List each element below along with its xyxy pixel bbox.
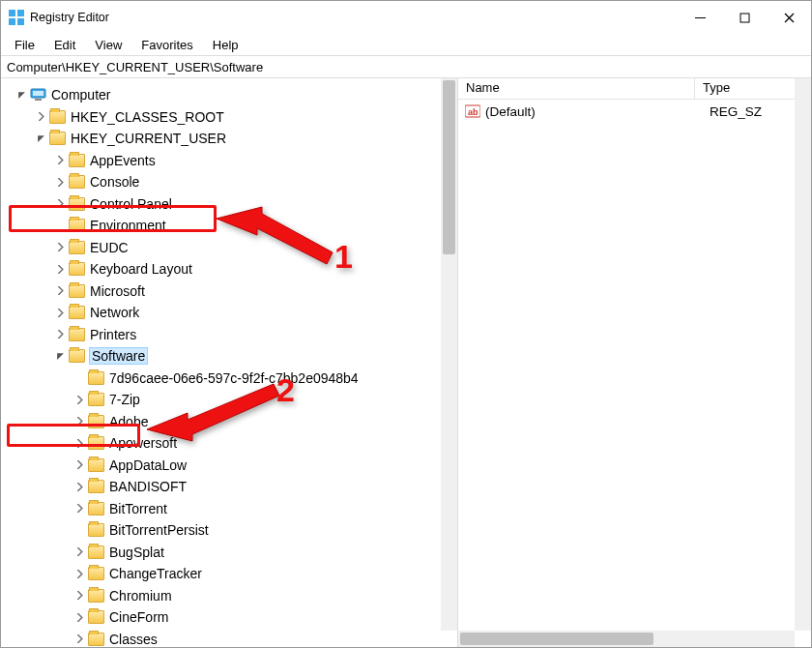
- annotation-number-1: 1: [334, 238, 353, 276]
- list-horizontal-scrollbar[interactable]: [458, 631, 795, 647]
- chevron-icon[interactable]: [72, 523, 86, 537]
- address-path: Computer\HKEY_CURRENT_USER\Software: [7, 60, 263, 74]
- chevron-icon[interactable]: [53, 241, 67, 254]
- folder-icon: [69, 197, 85, 211]
- svg-rect-1: [17, 10, 24, 16]
- tree-subkey[interactable]: BugSplat: [5, 542, 457, 564]
- close-button[interactable]: [767, 1, 811, 34]
- tree-node-label: Environment: [90, 218, 166, 233]
- tree-node-label: Chromium: [109, 588, 172, 604]
- svg-marker-12: [147, 384, 279, 441]
- menu-view[interactable]: View: [87, 36, 130, 54]
- minimize-button[interactable]: [678, 1, 722, 34]
- chevron-icon[interactable]: [14, 88, 28, 102]
- tree-node-label: 7-Zip: [109, 392, 140, 407]
- tree-node-label: Network: [90, 305, 139, 320]
- tree-node-label: Control Panel: [90, 196, 172, 212]
- svg-rect-10: [35, 99, 42, 101]
- tree-subkey[interactable]: BitTorrent: [5, 498, 457, 520]
- chevron-icon[interactable]: [72, 415, 86, 428]
- menu-file[interactable]: File: [7, 36, 43, 54]
- tree-root[interactable]: Computer: [5, 84, 457, 106]
- folder-icon: [88, 502, 104, 515]
- annotation-number-2: 2: [276, 371, 295, 409]
- maximize-button[interactable]: [722, 1, 767, 34]
- tree-subkey[interactable]: Classes: [5, 629, 457, 648]
- svg-marker-11: [217, 207, 333, 264]
- menu-edit[interactable]: Edit: [46, 36, 83, 54]
- list-vertical-scrollbar[interactable]: [795, 78, 811, 631]
- chevron-icon[interactable]: [53, 284, 67, 298]
- tree-key[interactable]: AppEvents: [5, 150, 457, 172]
- folder-icon: [69, 219, 85, 232]
- tree-key[interactable]: Console: [5, 171, 457, 193]
- chevron-icon[interactable]: [72, 480, 86, 493]
- tree-key[interactable]: Network: [5, 302, 457, 324]
- computer-icon: [30, 88, 46, 102]
- tree-node-label: CineForm: [109, 609, 168, 625]
- chevron-icon[interactable]: [72, 458, 86, 472]
- tree-node-label: BitTorrentPersist: [109, 522, 209, 538]
- address-bar[interactable]: Computer\HKEY_CURRENT_USER\Software: [1, 55, 811, 78]
- menu-help[interactable]: Help: [205, 36, 246, 54]
- tree-node-label: Software: [90, 348, 147, 364]
- tree-key[interactable]: Printers: [5, 324, 457, 346]
- folder-icon: [69, 175, 85, 189]
- chevron-icon[interactable]: [72, 589, 86, 603]
- chevron-icon[interactable]: [72, 610, 86, 624]
- chevron-icon[interactable]: [72, 502, 86, 515]
- main-split: Computer HKEY_CLASSES_ROOT HKEY_CURRENT_…: [1, 78, 811, 647]
- tree-vertical-thumb[interactable]: [443, 80, 455, 254]
- tree-subkey[interactable]: CineForm: [5, 606, 457, 629]
- folder-icon: [88, 436, 104, 450]
- tree-node-label: BugSplat: [109, 545, 164, 560]
- chevron-icon[interactable]: [53, 349, 67, 363]
- column-header-name[interactable]: Name: [458, 78, 695, 99]
- column-header-type[interactable]: Type: [695, 78, 811, 99]
- chevron-icon[interactable]: [53, 197, 67, 211]
- list-horizontal-thumb[interactable]: [460, 633, 653, 645]
- list-header: Name Type: [458, 78, 811, 100]
- chevron-icon[interactable]: [53, 328, 67, 341]
- tree-scroll[interactable]: Computer HKEY_CLASSES_ROOT HKEY_CURRENT_…: [1, 78, 457, 647]
- chevron-icon[interactable]: [53, 175, 67, 189]
- chevron-icon[interactable]: [34, 132, 47, 145]
- tree-hive[interactable]: HKEY_CURRENT_USER: [5, 128, 457, 150]
- tree-subkey[interactable]: BANDISOFT: [5, 476, 457, 498]
- chevron-icon[interactable]: [53, 262, 67, 276]
- chevron-icon[interactable]: [72, 545, 86, 559]
- tree-pane: Computer HKEY_CLASSES_ROOT HKEY_CURRENT_…: [1, 78, 458, 647]
- tree-key[interactable]: Microsoft: [5, 280, 457, 303]
- chevron-icon[interactable]: [34, 110, 47, 124]
- menubar: File Edit View Favorites Help: [1, 34, 811, 55]
- chevron-icon[interactable]: [72, 436, 86, 450]
- tree-node-label: Computer: [51, 87, 110, 103]
- chevron-icon[interactable]: [72, 567, 86, 580]
- chevron-icon[interactable]: [72, 371, 86, 385]
- tree-subkey[interactable]: Chromium: [5, 585, 457, 607]
- chevron-icon[interactable]: [53, 154, 67, 167]
- tree-subkey[interactable]: ChangeTracker: [5, 563, 457, 585]
- folder-icon: [49, 110, 66, 124]
- svg-rect-2: [9, 18, 15, 25]
- chevron-icon[interactable]: [53, 306, 67, 319]
- chevron-icon[interactable]: [72, 393, 86, 406]
- folder-icon: [69, 284, 85, 298]
- tree-subkey[interactable]: AppDataLow: [5, 455, 457, 477]
- tree-node-label: BANDISOFT: [109, 479, 187, 494]
- tree-subkey[interactable]: BitTorrentPersist: [5, 519, 457, 542]
- chevron-icon[interactable]: [72, 633, 86, 646]
- value-row[interactable]: ab (Default) REG_SZ: [458, 102, 811, 121]
- folder-icon: [88, 567, 104, 580]
- menu-favorites[interactable]: Favorites: [133, 36, 200, 54]
- tree-hive[interactable]: HKEY_CLASSES_ROOT: [5, 106, 457, 129]
- folder-icon: [88, 610, 104, 624]
- tree-node-label: Printers: [90, 327, 136, 342]
- value-type: REG_SZ: [710, 104, 762, 119]
- folder-icon: [88, 633, 104, 646]
- string-value-icon: ab: [465, 103, 480, 119]
- folder-icon: [69, 241, 85, 254]
- chevron-icon[interactable]: [53, 219, 67, 232]
- tree-vertical-scrollbar[interactable]: [441, 78, 457, 631]
- tree-key[interactable]: Software: [5, 345, 457, 368]
